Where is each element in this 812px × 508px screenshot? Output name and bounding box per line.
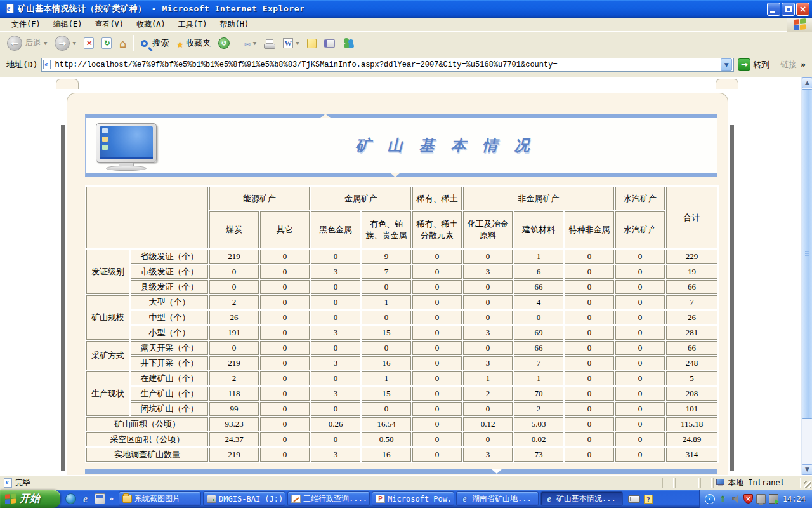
quick-launch-ie-icon[interactable]: e <box>80 493 91 504</box>
quick-launch-globe-icon[interactable] <box>65 493 76 504</box>
quick-launch-desktop-icon[interactable] <box>95 493 105 504</box>
column-sub-header: 特种非金属 <box>565 211 614 248</box>
data-cell: 0 <box>311 295 360 309</box>
column-sub-header: 黑色金属 <box>311 211 360 248</box>
data-cell: 3 <box>463 448 513 462</box>
address-dropdown-icon[interactable]: ▼ <box>721 58 732 71</box>
banner-notch <box>320 114 331 118</box>
volume-icon[interactable] <box>731 494 740 504</box>
row-label: 在建矿山（个） <box>131 371 208 385</box>
start-button[interactable]: 开始 <box>0 490 60 508</box>
restore-button[interactable] <box>782 3 795 16</box>
display-settings-icon[interactable] <box>756 494 766 504</box>
row-group-label: 采矿方式 <box>86 341 129 370</box>
menu-view[interactable]: 查看(V) <box>88 18 130 31</box>
menu-tools[interactable]: 工具(T) <box>172 18 214 31</box>
stop-button[interactable]: ✕ <box>81 33 97 53</box>
security-shield-icon[interactable]: × <box>743 494 753 504</box>
quick-launch-chevron-icon[interactable]: » <box>109 495 114 503</box>
data-cell: 3 <box>311 356 360 370</box>
data-cell: 0 <box>412 326 462 340</box>
data-cell: 219 <box>209 250 259 264</box>
menu-edit[interactable]: 编辑(E) <box>47 18 89 31</box>
minimize-button[interactable] <box>767 3 780 16</box>
taskbar-task-button[interactable]: 系统截图图片 <box>119 491 201 506</box>
favorites-button[interactable]: ★ 收藏夹 <box>173 33 214 53</box>
data-cell: 0 <box>311 280 360 294</box>
row-label: 露天开采（个） <box>131 341 208 355</box>
keyboard-icon[interactable] <box>628 495 640 503</box>
vertical-scrollbar[interactable]: ▲ ▼ <box>801 77 812 475</box>
data-cell: 66 <box>666 341 717 355</box>
taskbar-task-button[interactable]: PMicrosoft Pow... <box>372 491 454 506</box>
back-button[interactable]: ← 后退 ▼ <box>4 33 50 53</box>
messenger-button[interactable] <box>339 33 358 53</box>
links-chevron-icon[interactable]: » <box>801 60 806 69</box>
taskbar-task-button[interactable]: e湖南省矿山地... <box>456 491 539 506</box>
edit-dropdown-icon[interactable]: ▼ <box>296 40 299 46</box>
data-cell: 0 <box>565 341 614 355</box>
edit-with-word-button[interactable]: W ▼ <box>280 33 302 53</box>
data-cell: 19 <box>666 265 717 279</box>
back-dropdown-icon[interactable]: ▼ <box>44 40 47 46</box>
data-cell: 0 <box>463 250 513 264</box>
research-button[interactable] <box>321 33 338 53</box>
history-button[interactable]: ↺ <box>215 33 233 53</box>
menu-file[interactable]: 文件(F) <box>5 18 47 31</box>
notes-button[interactable] <box>304 33 320 53</box>
pen-icon <box>291 495 301 503</box>
column-sub-header: 化工及冶金原料 <box>463 211 513 248</box>
taskbar-task-button[interactable]: e矿山基本情况... <box>540 491 623 506</box>
taskbar-task-button[interactable]: DMGIS-BAI (J:) <box>203 491 285 506</box>
data-cell: 24.37 <box>209 432 259 446</box>
mail-button[interactable]: ✉ ▼ <box>241 33 259 53</box>
data-cell: 1 <box>362 371 411 385</box>
history-icon: ↺ <box>218 37 230 49</box>
search-button[interactable]: 搜索 <box>138 33 172 53</box>
data-cell: 9 <box>362 250 411 264</box>
resize-grip[interactable] <box>802 476 812 490</box>
tray-collapse-icon[interactable]: ‹ <box>705 494 715 504</box>
mail-dropdown-icon[interactable]: ▼ <box>253 40 256 46</box>
page-icon: e <box>43 60 52 70</box>
forward-dropdown-icon[interactable]: ▼ <box>72 40 75 46</box>
taskbar-clock: 14:24 <box>783 495 806 504</box>
close-button[interactable]: × <box>796 3 809 16</box>
print-button[interactable] <box>261 33 278 53</box>
back-icon: ← <box>7 36 22 51</box>
page-corner-tab-left <box>56 79 79 89</box>
content-sheet: 矿 山 基 本 情 况 能源矿产金属矿产稀有、稀土非金属矿产水汽矿产合计煤炭其它… <box>67 93 728 475</box>
scrollbar-thumb[interactable] <box>802 89 812 419</box>
data-cell: 0 <box>615 265 665 279</box>
menu-help[interactable]: 帮助(H) <box>213 18 255 31</box>
taskbar-task-button[interactable]: 三维行政查询.... <box>287 491 370 506</box>
links-separator <box>775 57 775 72</box>
menu-bar: 文件(F) 编辑(E) 查看(V) 收藏(A) 工具(T) 帮助(H) <box>0 18 812 32</box>
forward-button[interactable]: → ▼ <box>51 33 79 53</box>
network-status-icon[interactable] <box>769 494 778 504</box>
data-cell: 0 <box>615 417 665 431</box>
favorites-star-icon: ★ <box>176 37 183 50</box>
data-cell: 3 <box>311 387 360 401</box>
data-cell: 0 <box>260 326 310 340</box>
data-cell: 4 <box>514 295 563 309</box>
tray-update-icon[interactable]: ⇑ <box>718 494 728 504</box>
row-label: 县级发证（个） <box>131 280 208 294</box>
links-label[interactable]: 链接 <box>776 59 801 70</box>
search-icon <box>141 40 148 47</box>
data-cell: 69 <box>514 326 563 340</box>
refresh-button[interactable]: ↻ <box>98 33 115 53</box>
scroll-up-icon[interactable]: ▲ <box>802 77 812 88</box>
data-cell: 7 <box>514 356 563 370</box>
page-corner-tab-right <box>716 79 738 89</box>
data-cell: 0 <box>412 280 462 294</box>
home-button[interactable]: ⌂ <box>116 33 129 53</box>
book-icon <box>324 39 335 48</box>
data-cell: 3 <box>463 356 513 370</box>
menu-favorites[interactable]: 收藏(A) <box>130 18 172 31</box>
address-input[interactable]: e http://localhost/%e7%9f%bf%e5%b1%b1%e5… <box>41 58 734 72</box>
go-button[interactable]: → 转到 <box>738 58 769 71</box>
toolbar-separator <box>237 35 237 51</box>
scroll-down-icon[interactable]: ▼ <box>802 464 812 475</box>
ime-help-icon[interactable]: ? <box>644 495 653 504</box>
